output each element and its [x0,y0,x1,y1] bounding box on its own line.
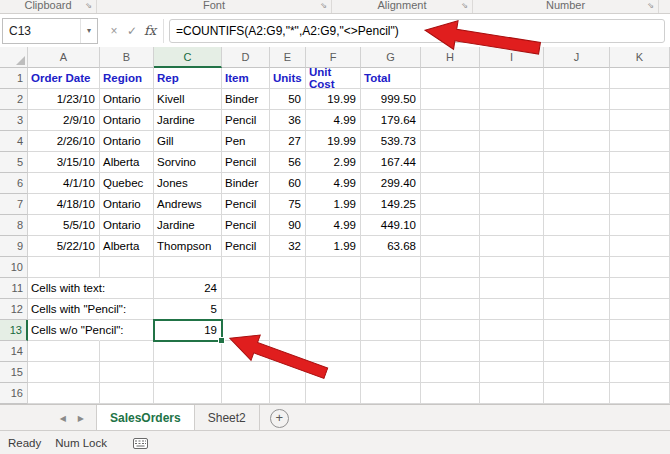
cell-I8[interactable] [480,215,544,236]
cell-E12[interactable] [270,299,306,320]
row-header-3[interactable]: 3 [0,110,28,131]
cell-B8[interactable]: Ontario [100,215,154,236]
cell-F16[interactable] [306,383,361,404]
cell-K3[interactable] [610,110,670,131]
row-header-13[interactable]: 13 [0,320,28,341]
cell-J13[interactable] [544,320,610,341]
row-header-8[interactable]: 8 [0,215,28,236]
cell-C6[interactable]: Jones [154,173,222,194]
cell-D1[interactable]: Item [222,68,270,89]
column-header-K[interactable]: K [610,47,670,68]
name-box[interactable]: C13 ▾ [2,18,98,44]
cell-C2[interactable]: Kivell [154,89,222,110]
dialog-launcher-icon[interactable]: ⇘ [461,0,468,12]
cell-K2[interactable] [610,89,670,110]
cell-B2[interactable]: Ontario [100,89,154,110]
cell-I6[interactable] [480,173,544,194]
row-header-1[interactable]: 1 [0,68,28,89]
cell-K13[interactable] [610,320,670,341]
cell-I13[interactable] [480,320,544,341]
cell-A1[interactable]: Order Date [28,68,100,89]
cell-G2[interactable]: 999.50 [361,89,421,110]
cell-H10[interactable] [421,257,480,278]
cell-E13[interactable] [270,320,306,341]
cell-H1[interactable] [421,68,480,89]
cell-A11[interactable]: Cells with text: [28,278,100,299]
cell-G11[interactable] [361,278,421,299]
cell-B11[interactable] [100,278,154,299]
cell-B10[interactable] [100,257,154,278]
formula-input[interactable]: =COUNTIFS(A2:G9,"*",A2:G9,"<>Pencil") [169,19,665,43]
cell-F1[interactable]: Unit Cost [306,68,361,89]
cell-K16[interactable] [610,383,670,404]
row-header-11[interactable]: 11 [0,278,28,299]
cell-C9[interactable]: Thompson [154,236,222,257]
cell-G13[interactable] [361,320,421,341]
cell-C1[interactable]: Rep [154,68,222,89]
cell-A13[interactable]: Cells w/o "Pencil": [28,320,100,341]
cell-A10[interactable] [28,257,100,278]
cell-A6[interactable]: 4/1/10 [28,173,100,194]
cell-H2[interactable] [421,89,480,110]
row-header-15[interactable]: 15 [0,362,28,383]
column-header-D[interactable]: D [222,47,270,68]
cell-H6[interactable] [421,173,480,194]
cell-I7[interactable] [480,194,544,215]
row-header-6[interactable]: 6 [0,173,28,194]
cell-G3[interactable]: 179.64 [361,110,421,131]
cell-J4[interactable] [544,131,610,152]
cell-F5[interactable]: 2.99 [306,152,361,173]
cell-F2[interactable]: 19.99 [306,89,361,110]
cell-H15[interactable] [421,362,480,383]
cell-J6[interactable] [544,173,610,194]
cell-C3[interactable]: Jardine [154,110,222,131]
cell-F11[interactable] [306,278,361,299]
cell-D7[interactable]: Pencil [222,194,270,215]
column-header-J[interactable]: J [544,47,610,68]
cell-F3[interactable]: 4.99 [306,110,361,131]
cell-F13[interactable] [306,320,361,341]
cell-A3[interactable]: 2/9/10 [28,110,100,131]
column-header-E[interactable]: E [270,47,306,68]
cell-G4[interactable]: 539.73 [361,131,421,152]
cell-F6[interactable]: 4.99 [306,173,361,194]
row-header-9[interactable]: 9 [0,236,28,257]
cell-C4[interactable]: Gill [154,131,222,152]
cell-B7[interactable]: Ontario [100,194,154,215]
cell-A14[interactable] [28,341,100,362]
cell-J3[interactable] [544,110,610,131]
cell-E7[interactable]: 75 [270,194,306,215]
cell-C7[interactable]: Andrews [154,194,222,215]
cell-H16[interactable] [421,383,480,404]
cell-E16[interactable] [270,383,306,404]
cell-F10[interactable] [306,257,361,278]
cell-E3[interactable]: 36 [270,110,306,131]
cell-H9[interactable] [421,236,480,257]
cell-E4[interactable]: 27 [270,131,306,152]
cell-D9[interactable]: Pencil [222,236,270,257]
cell-F9[interactable]: 1.99 [306,236,361,257]
enter-icon[interactable]: ✓ [123,24,141,38]
cell-I12[interactable] [480,299,544,320]
cell-F8[interactable]: 4.99 [306,215,361,236]
cell-D6[interactable]: Binder [222,173,270,194]
cell-A12[interactable]: Cells with "Pencil": [28,299,100,320]
select-all-corner[interactable] [0,47,28,68]
cell-G15[interactable] [361,362,421,383]
row-header-14[interactable]: 14 [0,341,28,362]
cell-C10[interactable] [154,257,222,278]
cell-K1[interactable] [610,68,670,89]
cell-A8[interactable]: 5/5/10 [28,215,100,236]
cell-A5[interactable]: 3/15/10 [28,152,100,173]
cell-C14[interactable] [154,341,222,362]
cell-K11[interactable] [610,278,670,299]
keyboard-icon[interactable] [133,438,148,449]
cell-B1[interactable]: Region [100,68,154,89]
column-header-F[interactable]: F [306,47,361,68]
cell-G14[interactable] [361,341,421,362]
cell-G9[interactable]: 63.68 [361,236,421,257]
row-header-12[interactable]: 12 [0,299,28,320]
cell-G6[interactable]: 299.40 [361,173,421,194]
insert-function-icon[interactable]: fx [141,23,159,38]
cell-I1[interactable] [480,68,544,89]
